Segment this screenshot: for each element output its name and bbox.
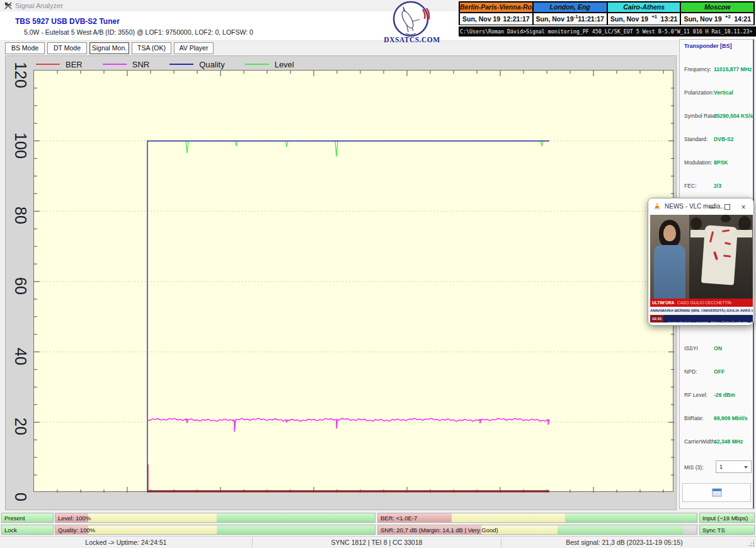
satellite-dish-icon [4,1,13,9]
indicator-lock: Lock [1,525,54,535]
level-line-swatch [245,64,269,65]
resize-grip[interactable] [747,539,755,547]
field-bitrate: BitRate:69,909 Mbit/s [684,411,752,419]
clock-city-moscow: Moscow [681,3,753,12]
dxsatcs-logo: DXSATCS.COM [377,1,447,46]
vlc-maximize-icon[interactable] [724,203,732,211]
bar-quality: Quality: 100% [55,525,375,535]
y-axis-tick-label: 20 [13,413,29,440]
ticker-text: il voto alle feste e al costo · Monte Gi… [667,321,753,323]
console-command-line: C:\Users\Roman Dávid>Signal monitoring_P… [459,26,756,37]
ber-line-swatch [36,64,60,65]
status-uptime: Locked -> Uptime: 24:24:51 [0,537,252,548]
tab-signal-mon[interactable]: Signal Mon. [89,42,129,54]
snapshot-button[interactable] [682,483,751,502]
clock-time-london: Sun, Nov 19 -1 11:21:17 [534,13,607,25]
dxsatcs-logo-text: DXSATCS.COM [377,36,447,43]
vlc-window: NEWS - VLC media... × U [648,198,754,326]
bar-ber: BER: <1.0E-7 [377,513,697,523]
y-axis-tick-label: 120 [13,62,29,88]
news-ticker: 12:21 il voto alle feste e al costo · Mo… [650,315,753,323]
clock-city-berlin: Berlin-Paris-Vienna-Roma [460,3,532,12]
y-axis-tick-label: 60 [13,273,29,299]
legend-item-ber: BER [36,60,83,69]
mis-row: MIS (3): 1 [684,460,752,473]
field-frequency: Frequency:11015,877 MHz [684,62,752,70]
field-symbol-rate: Symbol Rate:35290,504 KS/s [684,109,752,117]
field-npd: NPD:OFF [684,365,752,372]
mis-label: MIS (3): [684,464,704,471]
clock-time-berlin: Sun, Nov 19 12:21:17 [460,13,532,25]
vlc-video[interactable]: ULTIM'ORA CASO GIULIO CECCHETTIN ANNAMAR… [650,215,753,323]
legend-item-quality: Quality [169,60,224,69]
tab-tsa[interactable]: TSA (OK) [132,42,171,54]
vlc-close-icon[interactable]: × [740,203,747,211]
window-title: Signal Analyzer [15,2,63,9]
field-standard: Standard:DVB-S2 [684,132,752,140]
indicator-present: Present [1,513,54,523]
vlc-cone-icon [653,202,661,210]
status-best-signal: Best signal: 21,3 dB (2023-11-19 05:15) [501,537,747,548]
quality-line-swatch [169,64,193,65]
snr-line-swatch [103,64,127,65]
chart-legend: BER SNR Quality Level [36,59,314,69]
save-table-icon [712,488,722,497]
clock-city-cairo: Cairo-Athens [608,3,680,12]
field-polarization: Polarization:Vertical [684,86,752,93]
chevron-down-icon [744,466,748,469]
legend-item-snr: SNR [103,60,149,69]
field-rf-level: RF Level:-26 dBm [684,388,752,396]
news-anchor [650,215,689,299]
field-modulation: Modulation:8PSK [684,156,752,163]
y-axis-tick-label: 80 [13,202,29,229]
status-sync-info: SYNC 1812 | TEI 8 | CC 33018 [253,537,501,548]
mis-select[interactable]: 1 [716,460,752,473]
tuner-description: 5.0W - Eutelsat 5 West A/B (ID: 3550) @ … [24,28,253,36]
news-headline: ANNAMARIA BERNINI (MIN. UNIVERSITÀ) GIUL… [650,307,753,315]
plot-area [33,70,673,492]
indicator-sync-ts: Sync TS [699,525,755,535]
field-fec: FEC:2/3 [684,179,752,186]
vlc-minimize-icon[interactable] [709,203,717,211]
bar-level: Level: 100% [55,513,375,523]
legend-item-level: Level [245,60,294,69]
ticker-time: 12:21 [650,315,663,323]
y-axis-tick-label: 100 [13,132,29,159]
status-bar: Locked -> Uptime: 24:24:51 SYNC 1812 | T… [0,536,756,548]
y-axis-tick-label: 0 [13,484,29,510]
field-carrier-width: CarrierWidth:42,348 MHz [684,435,752,442]
breaking-label: ULTIM'ORA [652,300,674,305]
tab-dt-mode[interactable]: DT Mode [47,42,87,54]
tab-bs-mode[interactable]: BS Mode [5,42,45,54]
breaking-news-strip: ULTIM'ORA CASO GIULIO CECCHETTIN [650,299,753,307]
breaking-topic: CASO GIULIO CECCHETTIN [677,300,731,305]
tuner-title: TBS 5927 USB DVB-S2 Tuner [15,17,120,26]
chart-panel: BER SNR Quality Level 120100806040200 [5,55,677,510]
transponder-title: Transponder [BS] [684,43,732,49]
clock-time-moscow: Sun, Nov 19 +2 14:21 [681,13,753,25]
clock-time-cairo: Sun, Nov 19 +1 13:21 [608,13,680,25]
tab-av-player[interactable]: AV Player [174,42,214,54]
indicator-input: Input (~19 Mbps) [699,513,755,523]
news-crowd-scene [689,215,753,299]
bar-snr: SNR: 20,7 dB (Margin: 14,1 dB | Very Goo… [377,525,697,535]
news-video-frame [650,215,753,299]
y-axis-tick-label: 40 [13,343,29,370]
vlc-titlebar[interactable]: NEWS - VLC media... × [648,198,753,215]
field-issyi: ISSYION [684,341,752,349]
dxsatcs-logo-icon [377,1,447,37]
world-clocks: Berlin-Paris-Vienna-Roma London, Eng Cai… [459,1,755,25]
clock-city-london: London, Eng [534,3,607,12]
